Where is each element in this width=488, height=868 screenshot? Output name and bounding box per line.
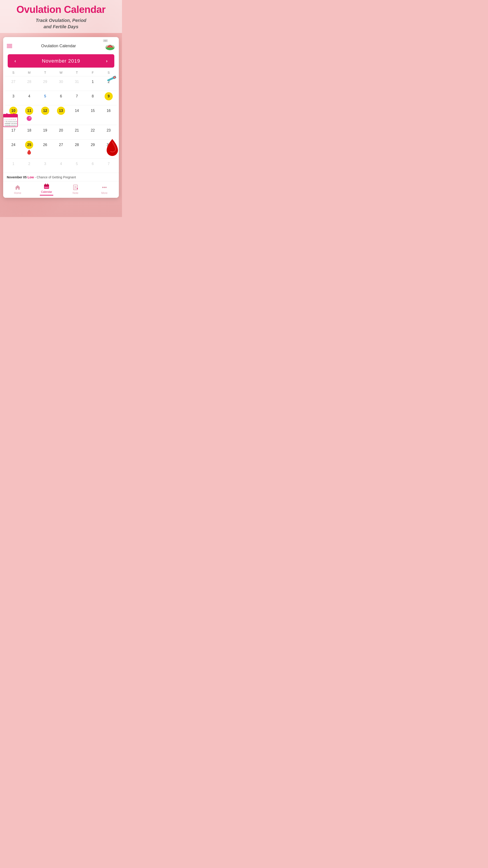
calendar-day-oct29[interactable]: 29 xyxy=(37,76,53,91)
svg-rect-44 xyxy=(45,184,46,185)
app-header: Ovulation Calendar Track Ovulation, Peri… xyxy=(0,0,122,33)
svg-point-41 xyxy=(29,117,31,119)
svg-text:1: 1 xyxy=(4,119,5,120)
day-number: 15 xyxy=(89,107,97,115)
bottom-nav: Home Calendar xyxy=(3,181,119,198)
day-number: 7 xyxy=(105,160,113,168)
calendar-day-dec4[interactable]: 4 xyxy=(53,158,69,173)
calendar-day-dec5[interactable]: 5 xyxy=(69,158,85,173)
calendar-day-nov1[interactable]: 1 xyxy=(85,76,101,91)
day-number: 29 xyxy=(41,78,49,86)
calendar-day-dec7[interactable]: 7 xyxy=(101,158,117,173)
day-header-sun: S xyxy=(5,71,21,74)
calendar-day-nov3[interactable]: 3 xyxy=(5,91,21,105)
calendar-day-nov24[interactable]: 24 xyxy=(5,139,21,158)
svg-text:8: 8 xyxy=(6,121,7,122)
calendar-day-nov23[interactable]: 23 xyxy=(101,125,117,139)
day-number: 1 xyxy=(89,78,97,86)
svg-text:3: 3 xyxy=(8,119,9,120)
svg-text:24: 24 xyxy=(9,125,11,126)
nav-item-home[interactable]: Home xyxy=(11,184,24,195)
calendar-day-nov7[interactable]: 7 xyxy=(69,91,85,105)
svg-text:27: 27 xyxy=(15,125,17,126)
calendar-day-nov4[interactable]: 4 xyxy=(21,91,37,105)
nav-label-calendar: Calendar xyxy=(41,190,52,193)
calendar-day-dec1[interactable]: 1 xyxy=(5,158,21,173)
day-number: 28 xyxy=(73,141,81,149)
calendar-day-nov18[interactable]: 18 xyxy=(21,125,37,139)
calendar-day-nov19[interactable]: 19 xyxy=(37,125,53,139)
day-number: 4 xyxy=(25,92,33,100)
topbar-title: Ovulation Calendar xyxy=(41,43,76,49)
more-icon xyxy=(101,184,107,191)
calendar-day-nov14[interactable]: 14 xyxy=(69,105,85,125)
day-number: 4 xyxy=(57,160,65,168)
calendar-day-nov25[interactable]: 25 xyxy=(21,139,37,158)
svg-rect-7 xyxy=(6,113,7,116)
nav-item-more[interactable]: More xyxy=(98,184,111,195)
calendar-day-dec2[interactable]: 2 xyxy=(21,158,37,173)
calendar-day-nov20[interactable]: 20 xyxy=(53,125,69,139)
calendar-day-nov26[interactable]: 26 xyxy=(37,139,53,158)
day-number: 31 xyxy=(73,78,81,86)
svg-rect-43 xyxy=(44,184,49,186)
svg-text:19: 19 xyxy=(13,123,15,124)
svg-rect-47 xyxy=(46,187,47,188)
svg-rect-5 xyxy=(3,114,18,117)
day-number: 1 xyxy=(9,160,18,168)
day-number: 30 xyxy=(57,78,65,86)
svg-text:11: 11 xyxy=(11,121,13,122)
calendar-day-oct28[interactable]: 28 xyxy=(21,76,37,91)
svg-text:25: 25 xyxy=(11,125,13,126)
svg-text:7: 7 xyxy=(4,121,5,122)
nav-item-note[interactable]: Note xyxy=(69,184,82,195)
nav-label-note: Note xyxy=(72,191,78,195)
calendar-day-oct27[interactable]: 27 xyxy=(5,76,21,91)
day-number: 22 xyxy=(89,126,97,134)
svg-text:10: 10 xyxy=(9,121,11,122)
hamburger-menu[interactable] xyxy=(7,44,12,48)
period-drop-icon xyxy=(27,149,31,156)
calendar-day-nov28[interactable]: 28 xyxy=(69,139,85,158)
day-number: 29 xyxy=(89,141,97,149)
svg-point-54 xyxy=(102,187,103,188)
calendar-day-nov16[interactable]: 16 xyxy=(101,105,117,125)
nav-item-calendar[interactable]: Calendar xyxy=(40,183,53,195)
day-number: 7 xyxy=(73,92,81,100)
calendar-day-oct30[interactable]: 30 xyxy=(53,76,69,91)
calendar-day-nov21[interactable]: 21 xyxy=(69,125,85,139)
calendar-day-dec6[interactable]: 6 xyxy=(85,158,101,173)
svg-text:2: 2 xyxy=(6,119,7,120)
calendar-day-oct31[interactable]: 31 xyxy=(69,76,85,91)
calendar-day-nov15[interactable]: 15 xyxy=(85,105,101,125)
svg-text:6: 6 xyxy=(15,119,15,120)
day-header-mon: M xyxy=(21,71,37,74)
day-number: 6 xyxy=(89,160,97,168)
day-header-thu: T xyxy=(69,71,85,74)
svg-text:20: 20 xyxy=(15,123,17,124)
status-text: November 05 Low - Chance of Getting Preg… xyxy=(7,176,76,179)
svg-text:12: 12 xyxy=(13,121,15,122)
day-number: 11 xyxy=(25,107,33,115)
calendar-day-nov13[interactable]: 13 xyxy=(53,105,69,125)
day-number: 27 xyxy=(57,141,65,149)
next-month-btn[interactable]: › xyxy=(104,57,110,64)
day-headers: S M T W T F S xyxy=(5,68,117,76)
calendar-day-nov12[interactable]: 12 xyxy=(37,105,53,125)
calendar-day-nov6[interactable]: 6 xyxy=(53,91,69,105)
day-header-wed: W xyxy=(53,71,69,74)
calendar-day-nov11[interactable]: 11 xyxy=(21,105,37,125)
day-number: 14 xyxy=(73,107,81,115)
calendar-day-dec3[interactable]: 3 xyxy=(37,158,53,173)
calendar-day-nov8[interactable]: 8 xyxy=(85,91,101,105)
calendar-day-nov5[interactable]: 5 xyxy=(37,91,53,105)
calendar-day-nov9[interactable]: 9 xyxy=(101,91,117,105)
day-header-tue: T xyxy=(37,71,53,74)
day-number: 9 xyxy=(105,92,113,100)
calendar-day-nov22[interactable]: 22 xyxy=(85,125,101,139)
day-number: 18 xyxy=(25,126,33,134)
day-number: 24 xyxy=(9,141,18,149)
calendar-day-nov27[interactable]: 27 xyxy=(53,139,69,158)
prev-month-btn[interactable]: ‹ xyxy=(12,57,18,64)
calendar-day-nov29[interactable]: 29 xyxy=(85,139,101,158)
